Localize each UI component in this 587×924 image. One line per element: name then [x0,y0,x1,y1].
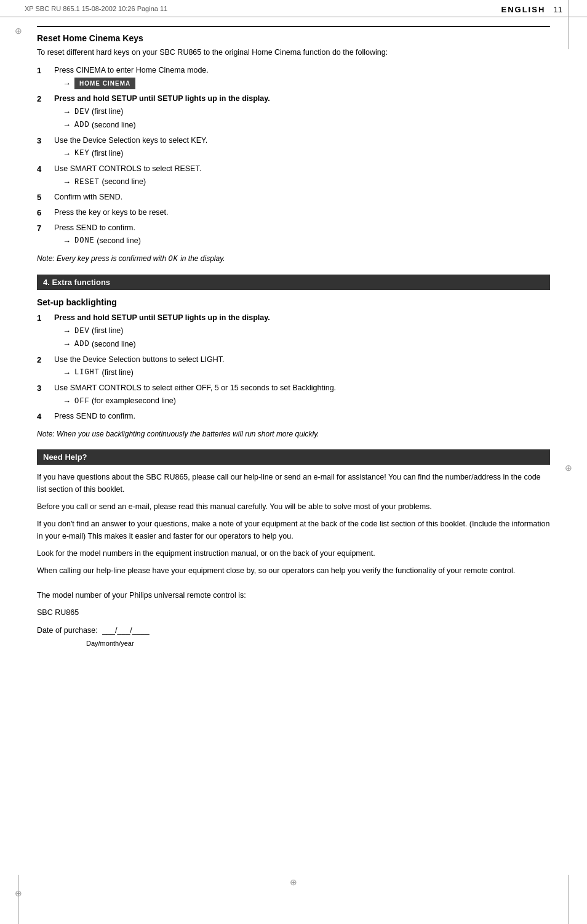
step-4-text: Use SMART CONTROLS to select RESET. [54,163,550,175]
step-1-text: Press CINEMA to enter Home Cinema mode. [54,65,550,76]
back-step-1-arrow-1: → DEV (first line) [63,325,550,337]
arrow-icon-1: → [63,78,71,90]
arrow-icon-b3: → [63,395,71,408]
step-7-content: Press SEND to confirm. → DONE (second li… [54,222,550,248]
arrow-icon-b2: → [63,367,71,379]
back-step-3-text: Use SMART CONTROLS to select either OFF,… [54,382,550,394]
reset-step-2: 2 Press and hold SETUP until SETUP light… [37,93,550,132]
back-step-number-2: 2 [37,354,54,380]
step-number-5: 5 [37,191,54,204]
step-2-display-2: ADD [74,119,90,131]
step-3-text: Use the Device Selection keys to select … [54,135,550,147]
arrow-icon-b1b: → [63,338,71,350]
date-label: Date of purchase: [37,624,98,638]
back-step-1-note-2: (second line) [92,339,136,350]
step-3-display: KEY [74,148,90,159]
back-step-3-note: (for examplesecond line) [92,395,176,407]
back-step-3-display: OFF [74,396,90,407]
reset-section-title: Reset Home Cinema Keys [37,33,550,43]
step-4-note: (second line) [102,176,146,188]
step-2-text: Press and hold SETUP until SETUP lights … [54,93,550,105]
step-2-display-1: DEV [74,106,90,118]
reset-step-6: 6 Press the key or keys to be reset. [37,207,550,220]
step-7-note: (second line) [97,235,141,247]
step-5-text: Confirm with SEND. [54,191,550,203]
back-step-3-arrow: → OFF (for examplesecond line) [63,395,550,408]
back-step-number-4: 4 [37,411,54,424]
reset-note: Note: Every key press is confirmed with … [37,253,550,265]
arrow-icon-b1a: → [63,325,71,337]
backlighting-steps-list: 1 Press and hold SETUP until SETUP light… [37,312,550,424]
need-help-para-1: If you have questions about the SBC RU86… [37,471,550,496]
step-1-arrow: → HOME CINEMA [63,78,550,90]
step-number-2: 2 [37,93,54,132]
step-7-arrow: → DONE (second line) [63,235,550,247]
step-number-3: 3 [37,135,54,161]
reset-step-3: 3 Use the Device Selection keys to selec… [37,135,550,161]
language-label: ENGLISH [501,5,546,14]
need-help-title: Need Help? [37,449,550,465]
border-right-top [568,0,569,49]
reset-step-5: 5 Confirm with SEND. [37,191,550,204]
back-step-3-content: Use SMART CONTROLS to select either OFF,… [54,382,550,408]
step-2-note-1: (first line) [92,106,123,118]
reset-step-1: 1 Press CINEMA to enter Home Cinema mode… [37,65,550,90]
border-left-bottom [18,875,19,924]
back-step-2: 2 Use the Device Selection buttons to se… [37,354,550,380]
border-right-bottom [568,875,569,924]
page-container: ⊕ ⊕ ⊕ XP SBC RU 865.1 15-08-2002 10:26 P… [0,0,587,924]
back-step-4-content: Press SEND to confirm. [54,411,550,424]
back-step-number-1: 1 [37,312,54,352]
step-number-6: 6 [37,207,54,220]
backlighting-title: Set-up backlighting [37,297,550,307]
need-help-section: Need Help? If you have questions about t… [37,449,550,649]
step-5-content: Confirm with SEND. [54,191,550,204]
back-step-2-display: LIGHT [74,367,100,378]
back-step-4-text: Press SEND to confirm. [54,411,550,422]
reg-mark-bottom-left: ⊕ [12,887,25,899]
model-info: The model number of your Philips univers… [37,589,550,649]
reset-intro: To reset different hard keys on your SBC… [37,47,550,58]
reg-mark-mid-right: ⊕ [562,462,575,474]
main-content: Reset Home Cinema Keys To reset differen… [0,20,587,674]
step-7-text: Press SEND to confirm. [54,222,550,234]
arrow-icon-2a: → [63,106,71,118]
step-1-content: Press CINEMA to enter Home Cinema mode. … [54,65,550,90]
model-label: The model number of your Philips univers… [37,589,550,601]
back-step-1: 1 Press and hold SETUP until SETUP light… [37,312,550,352]
need-help-para-3: If you don't find an answer to your ques… [37,518,550,542]
file-info: XP SBC RU 865.1 15-08-2002 10:26 Pagina … [25,5,167,12]
back-step-2-note: (first line) [102,367,134,379]
step-4-content: Use SMART CONTROLS to select RESET. → RE… [54,163,550,189]
date-placeholder: ___/___/____ [100,624,150,638]
arrow-icon-7: → [63,235,71,247]
step-2-arrow-2: → ADD (second line) [63,119,550,131]
step-3-arrow: → KEY (first line) [63,148,550,160]
reg-mark-top-left: ⊕ [12,25,25,37]
back-step-2-arrow: → LIGHT (first line) [63,367,550,379]
reg-mark-bottom-center: ⊕ [290,877,297,887]
date-line: Date of purchase: ___/___/____ [37,624,550,638]
extra-functions-title: 4. Extra functions [37,275,550,290]
step-number-1: 1 [37,65,54,90]
page-header: XP SBC RU 865.1 15-08-2002 10:26 Pagina … [0,0,587,17]
arrow-icon-2b: → [63,119,71,131]
step-2-content: Press and hold SETUP until SETUP lights … [54,93,550,132]
reset-step-4: 4 Use SMART CONTROLS to select RESET. → … [37,163,550,189]
back-step-number-3: 3 [37,382,54,408]
home-cinema-badge: HOME CINEMA [74,78,135,89]
arrow-icon-4: → [63,176,71,188]
reset-steps-list: 1 Press CINEMA to enter Home Cinema mode… [37,65,550,248]
reset-section: Reset Home Cinema Keys To reset differen… [37,26,550,265]
step-6-text: Press the key or keys to be reset. [54,207,550,219]
back-step-1-content: Press and hold SETUP until SETUP lights … [54,312,550,352]
back-step-1-display-2: ADD [74,339,90,350]
arrow-icon-3: → [63,148,71,160]
back-step-1-note-1: (first line) [92,325,123,337]
step-number-4: 4 [37,163,54,189]
page-number: 11 [554,5,562,14]
reset-step-7: 7 Press SEND to confirm. → DONE (second … [37,222,550,248]
back-step-1-arrow-2: → ADD (second line) [63,338,550,350]
step-3-content: Use the Device Selection keys to select … [54,135,550,161]
date-format: Day/month/year [86,638,550,650]
